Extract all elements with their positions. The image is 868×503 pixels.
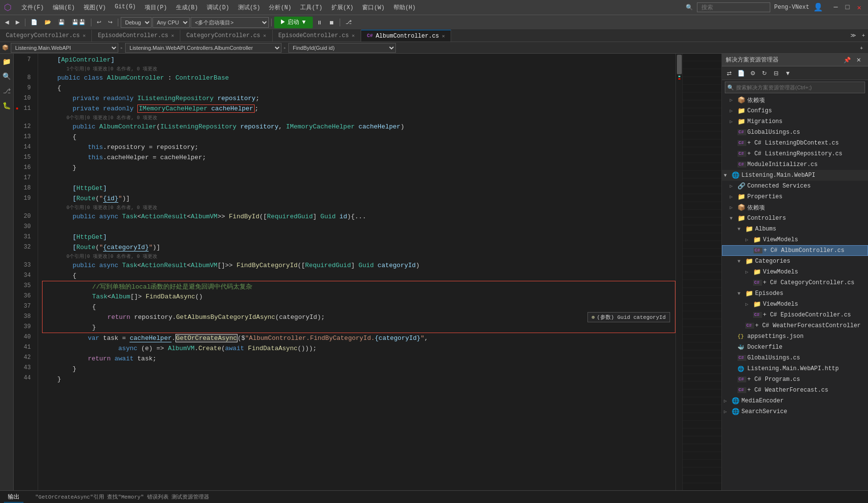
- tree-item-viewmodels-ep[interactable]: ▷ 📁 ViewModels: [722, 299, 868, 310]
- solution-tree[interactable]: ▷ 📦 依赖项 ▷ 📁 Configs ▷ 📁 Migrations C# Gl…: [722, 95, 868, 490]
- class-select[interactable]: Listening.Main.WebAPI.Controllers.AlbumC…: [125, 43, 282, 53]
- tree-item-listeningrepo[interactable]: C# + C# ListeningRepository.cs: [722, 148, 868, 159]
- tree-item-moduleinit[interactable]: C# ModuleInitializer.cs: [722, 159, 868, 170]
- tree-item-weathercontroller[interactable]: C# + C# WeatherForecastController: [722, 320, 868, 331]
- collapse-all-button[interactable]: ⊟: [771, 68, 781, 79]
- sync-button[interactable]: ⇄: [724, 68, 735, 79]
- codelens-1[interactable]: 1个引用|0 项更改|0 名作者, 0 项更改: [38, 65, 675, 73]
- tree-item-albumcontroller[interactable]: C# + C# AlbumController.cs: [722, 245, 868, 256]
- tree-item-controllers[interactable]: ▼ 📁 Controllers: [722, 213, 868, 224]
- tree-item-program[interactable]: C# + C# Program.cs: [722, 374, 868, 385]
- tab-overflow-button[interactable]: ≫: [847, 29, 859, 42]
- tree-item-episodecontroller[interactable]: C# + C# EpisodeController.cs: [722, 310, 868, 320]
- scrollbar-thumb[interactable]: [677, 55, 682, 74]
- pause-button[interactable]: ⏸: [314, 19, 325, 26]
- tree-item-mediaencoder[interactable]: ▷ 🌐 MediaEncoder: [722, 396, 868, 406]
- code-content[interactable]: [ApiController] 1个引用|0 项更改|0 名作者, 0 项更改 …: [38, 54, 675, 490]
- menu-file[interactable]: 文件(F): [18, 2, 48, 13]
- codelens-2[interactable]: 0个引用|0 项更改|0 名作者, 0 项更改: [38, 114, 675, 122]
- tree-item-webapi-project[interactable]: ▼ 🌐 Listening.Main.WebAPI: [722, 170, 868, 181]
- tree-item-listeningdb[interactable]: C# + C# ListeningDbContext.cs: [722, 138, 868, 148]
- tree-item-categorycontroller[interactable]: C# + C# CategoryController.cs: [722, 277, 868, 288]
- code-editor[interactable]: 7 8 9 10 11 12 13 14 15 16 17 18 19 20 3…: [14, 54, 721, 490]
- activity-git[interactable]: ⎇: [1, 85, 13, 97]
- startup-select[interactable]: <多个启动项目>: [191, 17, 269, 28]
- save-button[interactable]: 💾: [55, 18, 68, 26]
- close-button[interactable]: ✕: [854, 2, 864, 12]
- account-icon[interactable]: 👤: [813, 2, 823, 12]
- tab-close-2[interactable]: ✕: [171, 33, 174, 39]
- tab-close-4[interactable]: ✕: [352, 33, 355, 39]
- pin-button[interactable]: 📌: [842, 55, 852, 65]
- activity-explorer[interactable]: 📁: [1, 56, 13, 67]
- tab-categorycontroller-2[interactable]: CategoryController.cs ✕: [180, 30, 272, 42]
- new-file-button[interactable]: 📄: [28, 18, 41, 26]
- tree-item-categories[interactable]: ▼ 📁 Categories: [722, 256, 868, 267]
- tree-item-properties[interactable]: ▷ 📁 Properties: [722, 191, 868, 202]
- redo-button[interactable]: ↪: [105, 18, 115, 26]
- open-button[interactable]: 📂: [42, 18, 54, 26]
- tab-close-1[interactable]: ✕: [83, 33, 86, 39]
- editor-scrollbar[interactable]: [675, 54, 682, 490]
- tab-close-3[interactable]: ✕: [263, 33, 266, 39]
- refresh-button[interactable]: ↻: [759, 68, 770, 79]
- platform-select[interactable]: Any CPU: [152, 17, 190, 28]
- tree-item-viewmodels-albums[interactable]: ▷ 📁 ViewModels: [722, 234, 868, 245]
- global-search-input[interactable]: [697, 2, 770, 12]
- git-button[interactable]: ⎇: [343, 18, 355, 26]
- menu-analyze[interactable]: 分析(N): [265, 2, 295, 13]
- menu-ext[interactable]: 扩展(X): [327, 2, 358, 13]
- tree-item-connected-services[interactable]: ▷ 🔗 Connected Services: [722, 181, 868, 191]
- stop-button[interactable]: ⏹: [326, 19, 337, 26]
- tree-item-albums[interactable]: ▼ 📁 Albums: [722, 224, 868, 234]
- tree-item-episodes[interactable]: ▼ 📁 Episodes: [722, 288, 868, 299]
- expand-all-button[interactable]: +: [857, 44, 866, 52]
- tree-item-dockerfile[interactable]: 🐳 Dockerfile: [722, 342, 868, 353]
- close-panel-button[interactable]: ✕: [853, 55, 864, 65]
- menu-git[interactable]: Git(G): [111, 2, 140, 13]
- menu-help[interactable]: 帮助(H): [390, 2, 420, 13]
- codelens-4[interactable]: 0个引用|0 项更改|0 名作者, 0 项更改: [38, 252, 675, 260]
- tree-item-deps2[interactable]: ▷ 📦 依赖项: [722, 202, 868, 213]
- tree-item-searchservice[interactable]: ▷ 🌐 SearchService: [722, 406, 868, 417]
- menu-window[interactable]: 窗口(W): [358, 2, 389, 13]
- debug-config-select[interactable]: Debug: [121, 17, 152, 28]
- tree-item-deps1[interactable]: ▷ 📦 依赖项: [722, 95, 868, 105]
- menu-build[interactable]: 生成(B): [172, 2, 202, 13]
- tree-item-globalusings1[interactable]: C# GlobalUsings.cs: [722, 127, 868, 138]
- namespace-select[interactable]: Listening.Main.WebAPI: [11, 43, 118, 53]
- filter-button[interactable]: ▼: [782, 68, 793, 79]
- tree-item-globalusings2[interactable]: C# GlobalUsings.cs: [722, 353, 868, 363]
- tree-item-appsettings[interactable]: {} appsettings.json: [722, 331, 868, 342]
- new-tab-button[interactable]: +: [859, 29, 868, 42]
- activity-search[interactable]: 🔍: [1, 70, 13, 82]
- minimize-button[interactable]: ─: [831, 2, 841, 12]
- tab-categorycontroller-1[interactable]: CategoryController.cs ✕: [0, 30, 92, 42]
- menu-edit[interactable]: 编辑(E): [49, 2, 79, 13]
- undo-button[interactable]: ↩: [94, 18, 104, 26]
- forward-button[interactable]: ▶: [13, 18, 22, 26]
- save-all-button[interactable]: 💾💾: [69, 18, 88, 26]
- codelens-3[interactable]: 0个引用|0 项更改|0 名作者, 0 项更改: [38, 204, 675, 211]
- tree-item-weatherforecast[interactable]: C# + C# WeatherForecast.cs: [722, 385, 868, 396]
- tab-close-5[interactable]: ✕: [442, 33, 445, 39]
- tree-item-configs[interactable]: ▷ 📁 Configs: [722, 105, 868, 116]
- output-tab[interactable]: 输出: [4, 492, 23, 503]
- menu-debug[interactable]: 调试(D): [203, 2, 233, 13]
- restore-button[interactable]: □: [843, 2, 852, 12]
- properties-button[interactable]: ⚙: [747, 68, 758, 79]
- run-button[interactable]: ▶ 启动 ▼: [274, 17, 313, 28]
- menu-tools[interactable]: 工具(T): [296, 2, 326, 13]
- tab-albumcontroller[interactable]: C# AlbumController.cs ✕: [361, 30, 452, 42]
- show-all-files-button[interactable]: 📄: [736, 68, 746, 79]
- tab-episodecontroller-1[interactable]: EpisodeController.cs ✕: [92, 30, 180, 42]
- solution-search-input[interactable]: [736, 84, 863, 90]
- menu-test[interactable]: 测试(S): [234, 2, 264, 13]
- menu-project[interactable]: 项目(P): [141, 2, 171, 13]
- tree-item-webapi-http[interactable]: 🌐 Listening.Main.WebAPI.http: [722, 363, 868, 374]
- menu-view[interactable]: 视图(V): [80, 2, 110, 13]
- method-select[interactable]: FindById(Guid id): [288, 43, 396, 53]
- tree-item-viewmodels-cat[interactable]: ▷ 📁 ViewModels: [722, 267, 868, 277]
- tree-item-migrations[interactable]: ▷ 📁 Migrations: [722, 116, 868, 127]
- activity-debug[interactable]: 🐛: [1, 100, 13, 111]
